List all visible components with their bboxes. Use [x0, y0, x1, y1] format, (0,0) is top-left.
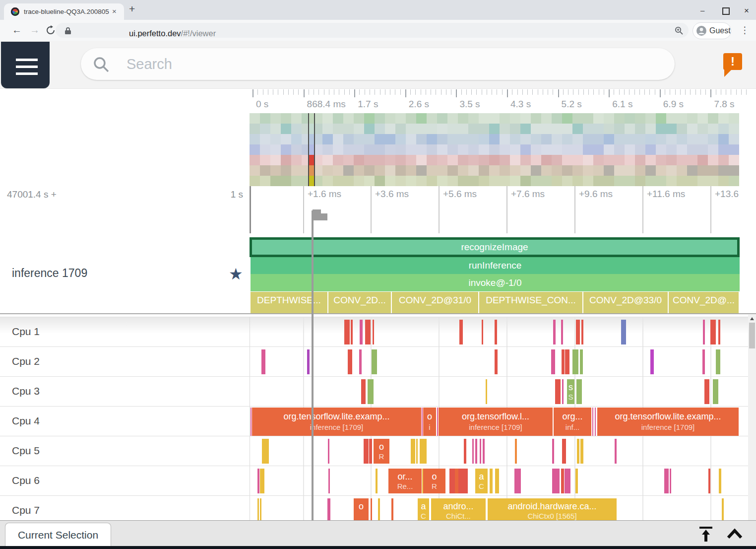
cpu-slice-bar[interactable] — [251, 408, 252, 436]
dock-to-top-icon[interactable] — [696, 525, 715, 544]
cpu-slice-bar[interactable] — [722, 498, 724, 521]
flag-marker-icon[interactable] — [313, 209, 328, 227]
cpu-slice-bar[interactable] — [422, 408, 423, 436]
cpu-slice-bar[interactable] — [495, 320, 497, 344]
cpu-slice-bar[interactable] — [455, 469, 458, 493]
cpu-slice-bar[interactable] — [378, 498, 380, 521]
cpu-slice-bar[interactable] — [364, 439, 369, 464]
cpu-slice-bar[interactable] — [708, 469, 710, 493]
cpu-slice-bar[interactable] — [580, 349, 583, 374]
cpu-track-row[interactable]: Cpu 3sS — [0, 376, 756, 407]
browser-menu-icon[interactable]: ⋮ — [740, 24, 750, 36]
cpu-slice-bar[interactable] — [551, 349, 555, 374]
overview-minimap[interactable] — [250, 113, 739, 186]
timeline-ruler[interactable]: 0 s868.4 ms1.7 s2.6 s3.5 s4.3 s5.2 s6.1 … — [250, 88, 748, 112]
reload-button[interactable] — [46, 25, 56, 35]
cpu-slice[interactable]: aC — [475, 469, 488, 493]
cpu-slice[interactable]: oi — [423, 408, 436, 436]
cpu-slice-bar[interactable] — [704, 379, 709, 404]
sidebar-menu-button[interactable] — [1, 42, 50, 88]
window-close-button[interactable]: × — [744, 6, 749, 16]
slice-op[interactable]: CONV_2D@33/0 — [583, 292, 668, 313]
cpu-slice-bar[interactable] — [562, 439, 566, 464]
cpu-slice-bar[interactable] — [716, 349, 720, 374]
cpu-slice-bar[interactable] — [369, 439, 372, 464]
cpu-slice-bar[interactable] — [495, 469, 499, 493]
cpu-slice-bar[interactable] — [495, 349, 498, 374]
cpu-slice-bar[interactable] — [371, 498, 372, 521]
cpu-slice-bar[interactable] — [561, 320, 563, 344]
back-button[interactable]: ← — [12, 24, 22, 36]
cpu-slice-bar[interactable] — [562, 379, 564, 404]
cpu-slice[interactable]: org.tensorflow.lite.examp...inference [1… — [252, 408, 421, 436]
scroll-up-icon[interactable] — [750, 317, 754, 321]
cpu-slice-bar[interactable] — [411, 439, 415, 464]
cpu-slice-bar[interactable] — [664, 469, 669, 493]
cpu-slice-bar[interactable] — [459, 320, 463, 344]
search-input[interactable] — [126, 53, 624, 75]
cpu-slice-bar[interactable] — [576, 320, 580, 344]
cpu-slice-bar[interactable] — [449, 469, 455, 493]
cpu-slice[interactable]: android.hardware.ca...ChiCtx0 [1565] — [488, 498, 617, 521]
cpu-slice-bar[interactable] — [416, 439, 418, 464]
cpu-slice-bar[interactable] — [328, 469, 330, 493]
cpu-slice-bar[interactable] — [576, 379, 582, 404]
cpu-slice-bar[interactable] — [581, 320, 583, 344]
cpu-slice-bar[interactable] — [575, 469, 578, 493]
cpu-slice[interactable]: sS — [567, 379, 574, 404]
cpu-slice-bar[interactable] — [703, 320, 705, 344]
cpu-slice-bar[interactable] — [420, 439, 427, 464]
bottom-drag-handle[interactable] — [0, 546, 756, 549]
overview-viewport-left-bound[interactable] — [308, 113, 309, 186]
slice-op[interactable]: CONV_2D... — [328, 292, 391, 313]
cpu-slice-bar[interactable] — [565, 349, 569, 374]
window-minimize-button[interactable]: – — [700, 6, 704, 14]
cpu-slice-bar[interactable] — [475, 439, 477, 464]
cpu-slice-bar[interactable] — [458, 469, 468, 493]
slice-invoke[interactable]: invoke@-1/0 — [251, 274, 740, 291]
cpu-slice-bar[interactable] — [391, 498, 393, 521]
cpu-slice-bar[interactable] — [580, 439, 583, 464]
address-bar[interactable]: ui.perfetto.dev/#!/viewer — [56, 23, 689, 38]
cpu-slice[interactable]: oR — [423, 469, 445, 493]
cpu-slice-bar[interactable] — [650, 349, 654, 374]
cpu-slice-bar[interactable] — [621, 320, 626, 344]
cpu-slice-bar[interactable] — [490, 469, 493, 493]
cpu-slice-bar[interactable] — [372, 349, 377, 374]
cpu-slice-bar[interactable] — [562, 349, 565, 374]
cpu-slice-bar[interactable] — [595, 408, 596, 436]
cpu-slice-bar[interactable] — [344, 320, 350, 344]
cpu-slice-bar[interactable] — [327, 498, 330, 521]
cpu-slice[interactable]: org.tensorflow.l...inference [1709] — [439, 408, 553, 436]
pin-star-icon[interactable]: ★ — [229, 265, 243, 283]
cpu-slice-bar[interactable] — [348, 349, 352, 374]
forward-button[interactable]: → — [30, 24, 40, 36]
new-tab-button[interactable]: + — [129, 3, 135, 15]
zoom-page-icon[interactable] — [675, 26, 684, 35]
cpu-slice-bar[interactable] — [359, 349, 362, 374]
cpu-slice[interactable]: oR — [374, 439, 389, 464]
cpu-slice-bar[interactable] — [373, 320, 374, 344]
slice-op[interactable]: DEPTHWISE_CON... — [479, 292, 582, 313]
cpu-slice-bar[interactable] — [561, 469, 564, 493]
cpu-slice-bar[interactable] — [260, 469, 264, 493]
slice-op[interactable]: CONV_2D@... — [669, 292, 739, 313]
cpu-slice[interactable]: andro...ChiCt... — [431, 498, 486, 521]
cpu-slice-bar[interactable] — [615, 439, 617, 464]
cpu-track-row[interactable]: Cpu 5oR — [0, 436, 756, 466]
cpu-slice-bar[interactable] — [351, 320, 353, 344]
cpu-slice-bar[interactable] — [360, 320, 363, 344]
cpu-slice-bar[interactable] — [361, 379, 366, 404]
cpu-slice[interactable]: aC — [418, 498, 429, 521]
cpu-slice-bar[interactable] — [261, 349, 265, 374]
cpu-slice[interactable]: o — [354, 498, 369, 521]
search-bar[interactable] — [81, 48, 675, 80]
cpu-slice-bar[interactable] — [365, 320, 371, 344]
cpu-track-row[interactable]: Cpu 7oaCandro...ChiCt...android.hardware… — [0, 495, 756, 521]
slice-runinference[interactable]: runInference — [251, 257, 740, 274]
cpu-slice-bar[interactable] — [713, 379, 718, 404]
cpu-slice-bar[interactable] — [572, 349, 578, 374]
cpu-slice-bar[interactable] — [552, 469, 560, 493]
cpu-slice-bar[interactable] — [307, 349, 310, 374]
cpu-slice-bar[interactable] — [368, 379, 374, 404]
